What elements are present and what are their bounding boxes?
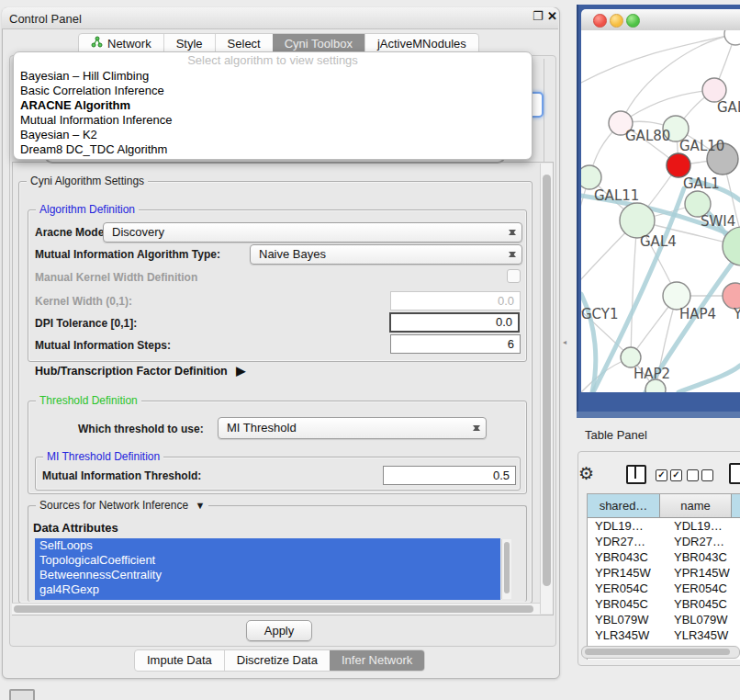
hub-definition-label: Hub/Transcription Factor Definition	[35, 365, 228, 378]
attribute-list-item[interactable]: gal4RGexp	[35, 582, 500, 597]
checkbox-unchecked-icon	[701, 469, 713, 481]
network-node[interactable]	[724, 30, 740, 45]
network-node-hap2[interactable]	[621, 347, 641, 367]
group-title: Threshold Definition	[36, 394, 141, 407]
table-cell: YDR27…	[588, 534, 667, 549]
zoom-traffic-light[interactable]	[626, 14, 640, 28]
combo-arrows-icon	[508, 226, 516, 239]
table-row[interactable]: YPR145WYPR145W9.	[588, 565, 740, 581]
table-row[interactable]: YLR345WYLR345W9.	[588, 627, 740, 643]
table-cell: YBR045C	[588, 596, 667, 612]
dropdown-option[interactable]: Basic Correlation Inference	[14, 84, 532, 98]
unchecked-pair-icon[interactable]	[687, 469, 713, 481]
close-window-icon[interactable]: ✕	[547, 11, 558, 22]
table-horizontal-scrollbar[interactable]	[581, 646, 740, 659]
column-header[interactable]: name	[660, 494, 732, 518]
minimize-traffic-light[interactable]	[610, 14, 623, 28]
hub-definition-toggle[interactable]: Hub/Transcription Factor Definition ▶	[35, 364, 245, 378]
checkbox-checked-icon: ✓	[656, 469, 667, 481]
kernel-width-field: 0.0	[390, 291, 521, 310]
table-cell: YLR345W	[588, 627, 667, 643]
table-row[interactable]: YER054CYER054C8.	[588, 581, 740, 596]
group-title: Cyni Algorithm Settings	[27, 175, 148, 187]
dropdown-option[interactable]: Bayesian – Hill Climbing	[14, 69, 532, 84]
table-cell: YER054C	[667, 581, 740, 596]
splitter-handle-icon[interactable]: ◂	[563, 339, 568, 345]
checkbox-unchecked-icon	[687, 469, 699, 481]
network-node-gal11[interactable]	[581, 165, 601, 189]
node-label: HAP4	[679, 306, 716, 322]
which-threshold-label: Which threshold to use:	[78, 423, 204, 435]
aracne-mode-label: Aracne Mode:	[35, 226, 107, 239]
dropdown-option[interactable]: Bayesian – K2	[14, 128, 532, 142]
tab-label: Impute Data	[147, 650, 212, 671]
dropdown-option[interactable]: Dream8 DC_TDC Algorithm	[14, 142, 532, 157]
mi-threshold-label: Mutual Information Threshold:	[42, 469, 201, 482]
mi-steps-field[interactable]: 6	[390, 334, 521, 354]
table-row[interactable]: YBL079WYBL079W	[588, 612, 740, 627]
table-row[interactable]: YBR045CYBR045C9.	[588, 596, 740, 612]
dropdown-option[interactable]: ARACNE Algorithm	[14, 98, 532, 113]
bottom-left-widget[interactable]	[9, 689, 35, 700]
which-threshold-select[interactable]: MI Threshold	[218, 417, 487, 439]
attribute-list-item[interactable]: SelfLoops	[35, 538, 500, 553]
expand-right-icon: ▶	[236, 364, 245, 378]
checked-pair-icon[interactable]: ✓ ✓	[656, 469, 682, 481]
sources-toggle[interactable]: Sources for Network Inference ▼	[36, 499, 208, 512]
table-cell: YDL19…	[588, 518, 667, 534]
table-cell: YER054C	[588, 581, 667, 596]
node-label: GAL1	[683, 175, 720, 192]
collapse-down-icon: ▼	[195, 500, 205, 511]
gear-icon[interactable]: ⚙	[578, 463, 594, 484]
network-node-y[interactable]	[723, 283, 740, 309]
control-panel-titlebar	[2, 7, 558, 29]
tab-infer-network[interactable]: Infer Network	[330, 650, 424, 671]
table-header-row: shared…name	[588, 494, 740, 518]
which-threshold-value: MI Threshold	[227, 421, 297, 435]
table-row[interactable]: YDR27…YDR27…12	[588, 534, 740, 549]
node-label: GAL80	[625, 128, 670, 144]
float-window-icon[interactable]: ❐	[533, 11, 544, 22]
tab-discretize-data[interactable]: Discretize Data	[224, 650, 330, 671]
split-columns-icon[interactable]	[626, 465, 646, 484]
attribute-list-item[interactable]: TopologicalCoefficient	[35, 553, 500, 568]
network-view-canvas[interactable]: GALGAL80GAL10GAL1GAL11SWI4GAL4GCY1HAP4YH…	[581, 30, 740, 392]
cyni-bottom-tabbar: Impute DataDiscretize DataInfer Network	[134, 649, 425, 672]
column-header[interactable]	[732, 494, 740, 518]
dropdown-placeholder: Select algorithm to view settings	[14, 52, 532, 69]
close-traffic-light[interactable]	[593, 14, 607, 28]
column-header[interactable]: shared…	[588, 494, 660, 518]
node-label: SWI4	[701, 213, 735, 230]
settings-vertical-scrollbar[interactable]	[540, 164, 553, 614]
settings-horizontal-scrollbar[interactable]	[12, 603, 540, 615]
table-row[interactable]: YBR043CYBR043C	[588, 549, 740, 565]
attribute-list-item[interactable]: BetweennessCentrality	[35, 568, 500, 582]
dpi-tolerance-field[interactable]: 0.0	[389, 312, 520, 333]
network-window-titlebar	[581, 9, 740, 31]
aracne-mode-select[interactable]: Discovery	[103, 222, 522, 243]
group-title: Algorithm Definition	[36, 203, 139, 216]
table-row[interactable]: YDL19…YDL19…13	[588, 518, 740, 534]
tab-impute-data[interactable]: Impute Data	[135, 650, 224, 671]
tab-label: Discretize Data	[237, 650, 318, 671]
table-cell: YBR043C	[588, 549, 667, 565]
node-label: GAL4	[640, 233, 677, 250]
mi-threshold-field[interactable]: 0.5	[383, 466, 516, 485]
sources-title: Sources for Network Inference	[39, 499, 188, 512]
mi-type-select[interactable]: Naive Bayes	[250, 244, 522, 265]
network-edge	[678, 366, 740, 392]
mi-type-label: Mutual Information Algorithm Type:	[35, 248, 220, 261]
tab-label: Infer Network	[342, 650, 412, 671]
table-cell: YBL079W	[667, 612, 740, 627]
dropdown-option[interactable]: Mutual Information Inference	[14, 113, 532, 128]
mi-steps-label: Mutual Information Steps:	[35, 339, 171, 352]
node-label: GCY1	[581, 306, 619, 322]
apply-button[interactable]: Apply	[246, 620, 312, 641]
network-node-gal1[interactable]	[667, 153, 690, 177]
groupbox-edge-fragment	[544, 59, 544, 162]
node-label: GAL	[717, 99, 740, 116]
table-panel-title: Table Panel	[585, 428, 647, 442]
page-icon[interactable]	[729, 463, 740, 484]
attributes-scrollbar[interactable]	[501, 539, 511, 599]
table-cell: YBR043C	[667, 549, 740, 565]
